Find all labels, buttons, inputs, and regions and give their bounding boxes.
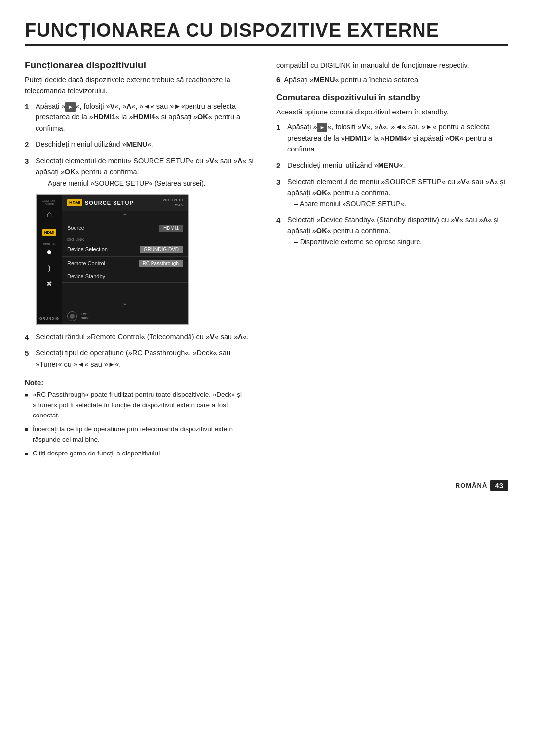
tv-date: 20.09.2010 [163,198,183,203]
lang-label: ROMÂNĂ [456,482,488,489]
list-item: 2 Deschideți meniul utilizând »MENU«. [276,160,508,171]
step-num: 1 [276,121,287,133]
list-item: 5 Selectați tipul de operațiune (»RC Pas… [25,347,257,370]
list-item: 3 Selectați elementul de meniu »SOURCE S… [276,176,508,209]
tv-digilink-section-label: DIGILINK [62,235,188,243]
tv-source-setup-label: SOURCE SETUP [85,200,134,206]
step-num: 5 [25,347,36,359]
step-num: 2 [25,139,36,150]
tv-sidebar-icon-home: ⌂ [47,209,52,220]
list-item: 1 Apăsați »►«, folosiți »V«, »Λ«, »◄« sa… [25,101,257,134]
tv-device-standby-label: Device Standby [67,273,105,279]
left-steps-list: 1 Apăsați »►«, folosiți »V«, »Λ«, »◄« sa… [25,101,257,189]
tv-source-label: Source [67,225,84,231]
tv-source-value: HDMI1 [159,225,183,232]
tv-hdmi-box: HDMI [67,199,82,206]
list-item: ■ Citiți despre gama de funcții a dispoz… [25,449,257,459]
page-number: 43 [490,480,508,491]
tv-exit-inner [70,314,75,319]
tv-remote-control-value: RC Passthrough [139,260,183,267]
list-item: 4 Selectați rândul »Remote Control« (Tel… [25,331,257,342]
comfort-guide-label: COMFORTGUIDE [42,199,57,206]
tv-top-bar: HDMI SOURCE SETUP 20.09.2010 15:46 [62,195,188,211]
grundig-logo: GRUNDIG [37,317,62,320]
tv-remote-control-row: Remote Control RC Passthrough [62,257,188,270]
list-item: ■ Încercați la ce tip de operațiune prin… [25,424,257,445]
tv-remote-control-label: Remote Control [67,260,105,266]
tv-device-selection-value: GRUNDIG DVD [140,246,183,253]
right-column: compatibil cu DIGILINK în manualul de fu… [276,60,508,253]
tv-exit-labels: Exit Back [81,312,89,320]
step-content: Selectați elementul de meniu »SOURCE SET… [287,176,508,209]
step-content: Apăsați »►«, folosiți »V«, »Λ«, »◄« sau … [36,101,257,134]
step-num: 3 [25,155,36,167]
main-title: FUNCȚIONAREA CU DISPOZITIVE EXTERNE [25,20,508,46]
right-steps-list: 1 Apăsați »►«, folosiți »V«, »Λ«, »◄« sa… [276,121,508,247]
right-intro: compatibil cu DIGILINK în manualul de fu… [276,60,508,71]
step-num: 4 [276,214,287,226]
step-num: 3 [276,176,287,188]
tv-screenshot: COMFORTGUIDE ⌂ HDMI DIGILINK ● ) ✖ GRUND… [36,194,189,325]
tv-device-standby-row: Device Standby [62,270,188,283]
tv-sidebar-icon-tools: ✖ [46,280,52,288]
step-content: Selectați tipul de operațiune (»RC Passt… [36,347,257,370]
tv-sidebar-icon-eye: ● [47,247,52,257]
step-content: Deschideți meniul utilizând »MENU«. [287,160,508,171]
bullet-icon: ■ [25,449,33,458]
tv-device-selection-label: Device Selection [67,246,108,252]
list-item: 1 Apăsați »►«, folosiți »V«, »Λ«, »◄« sa… [276,121,508,154]
tv-sidebar: COMFORTGUIDE ⌂ HDMI DIGILINK ● ) ✖ GRUND… [37,195,62,324]
section-heading-standby: Comutarea dispozitivului în standby [276,93,508,103]
step-content: Selectați rândul »Remote Control« (Telec… [36,331,257,342]
tv-exit-label: Exit [81,312,89,316]
note-item-text: Încercați la ce tip de operațiune prin t… [33,424,257,445]
section-heading-left: Funcționarea dispozitivului [25,60,257,71]
left-column: Funcționarea dispozitivului Puteți decid… [25,60,257,462]
tv-main-area: HDMI SOURCE SETUP 20.09.2010 15:46 ⌃ Sou… [62,195,188,324]
tv-datetime: 20.09.2010 15:46 [163,198,183,208]
step-num: 4 [25,331,36,342]
step-num: 2 [276,160,287,171]
step-content: Selectați »Device Standby« (Standby disp… [287,214,508,247]
tv-chevron-up: ⌃ [62,211,188,222]
tv-hdmi-icon: HDMI SOURCE SETUP [67,199,134,206]
list-item: 2 Deschideți meniul utilizând »MENU«. [25,139,257,150]
list-item: 3 Selectați elementul de meniu» SOURCE S… [25,155,257,189]
bullet-icon: ■ [25,390,33,399]
tv-source-row: Source HDMI1 [62,222,188,235]
note-section: Note: ■ »RC Passthrough« poate fi utiliz… [25,378,257,459]
tv-device-selection-row: Device Selection GRUNDIG DVD [62,243,188,257]
list-item: ■ »RC Passthrough« poate fi utilizat pen… [25,390,257,421]
tv-sidebar-icon-sound: ) [48,264,50,273]
note-title: Note: [25,378,257,387]
tv-exit-button-icon [67,311,77,321]
tv-back-label: Back [81,316,89,320]
tv-time: 15:46 [163,203,183,208]
digilink-label: DIGILINK [43,243,56,246]
right-section2-intro: Această opțiune comută dispozitivul exte… [276,107,508,117]
tv-bottom-bar: Exit Back [62,308,188,324]
note-item-text: Citiți despre gama de funcții a dispozit… [33,449,160,459]
left-intro: Puteți decide dacă dispozitivele externe… [25,75,257,97]
tv-chevron-down: ⌄ [62,298,188,308]
left-steps-list-cont: 4 Selectați rândul »Remote Control« (Tel… [25,331,257,370]
page-footer: ROMÂNĂ 43 [25,480,508,491]
step-content: Apăsați »►«, folosiți »V«, »Λ«, »◄« sau … [287,121,508,154]
right-step6: 6 Apăsați »MENU« pentru a încheia setare… [276,75,508,85]
step-content: Selectați elementul de meniu» SOURCE SET… [36,155,257,189]
hdmi-badge: HDMI [42,229,56,236]
list-item: 4 Selectați »Device Standby« (Standby di… [276,214,508,247]
step-num: 1 [25,101,36,112]
step-content: Deschideți meniul utilizând »MENU«. [36,139,257,150]
bullet-icon: ■ [25,424,33,434]
note-list: ■ »RC Passthrough« poate fi utilizat pen… [25,390,257,459]
note-item-text: »RC Passthrough« poate fi utilizat pentr… [33,390,257,421]
